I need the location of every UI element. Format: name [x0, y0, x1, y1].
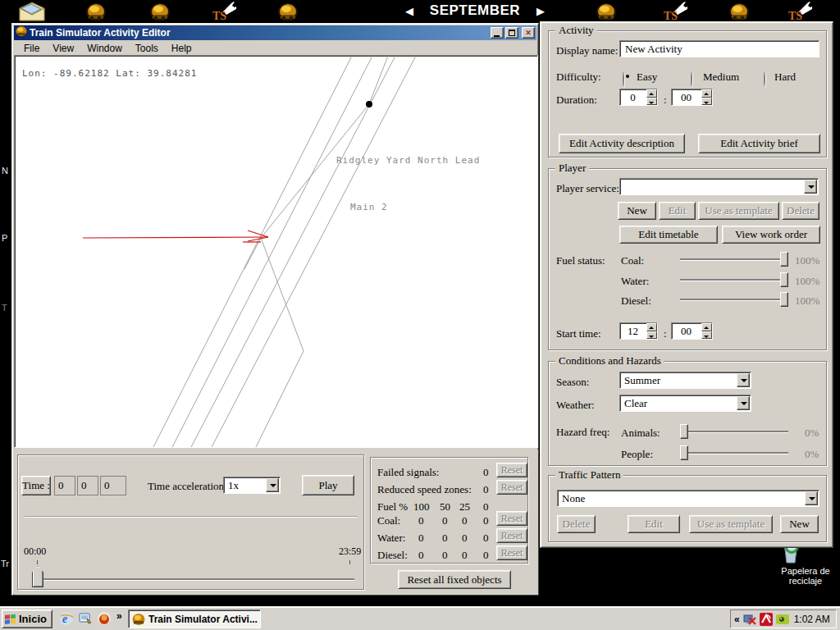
time-hours-field[interactable]: 0 [54, 476, 75, 495]
difficulty-hard-label[interactable]: Hard [774, 71, 796, 84]
spin-up-icon[interactable] [701, 323, 712, 331]
traffic-pattern-group: Traffic Pattern None Delete Edit Use as … [548, 475, 827, 542]
task-button-train-simulator[interactable]: Train Simulator Activi... [128, 609, 261, 628]
minimize-button[interactable] [491, 27, 504, 39]
spin-down-icon[interactable] [701, 331, 712, 340]
timeline-end-label: 23:59 [339, 546, 361, 558]
spin-up-icon[interactable] [646, 323, 657, 331]
diesel-v100: 0 [418, 549, 424, 562]
antivirus-icon[interactable] [760, 613, 773, 626]
play-button[interactable]: Play [302, 475, 354, 495]
difficulty-hard-radio[interactable] [764, 71, 765, 87]
timeline-track[interactable] [33, 578, 354, 580]
start-button[interactable]: Inicio [2, 609, 52, 628]
player-edit-button[interactable]: Edit [659, 202, 696, 220]
chevron-down-icon[interactable] [805, 491, 818, 505]
traffic-delete-button[interactable]: Delete [557, 515, 596, 533]
reset-reduced-speed-button[interactable]: Reset [496, 480, 527, 495]
maximize-button[interactable] [505, 27, 518, 39]
coal-v50: 0 [442, 514, 448, 527]
spin-up-icon[interactable] [646, 89, 657, 98]
edit-activity-description-button[interactable]: Edit Activity description [559, 134, 685, 153]
reset-failed-signals-button[interactable]: Reset [496, 463, 527, 477]
mail-icon[interactable] [18, 2, 46, 25]
volume-tray-icon[interactable] [776, 613, 789, 626]
menu-view[interactable]: View [46, 42, 80, 55]
tray-chevron[interactable]: « [734, 614, 740, 625]
time-seconds-field[interactable]: 0 [100, 476, 126, 495]
difficulty-easy-radio[interactable] [623, 71, 624, 87]
show-desktop-icon[interactable] [78, 611, 93, 626]
reset-coal-button[interactable]: Reset [496, 511, 527, 526]
diesel-slider[interactable] [680, 292, 788, 307]
spin-up-icon[interactable] [701, 89, 712, 98]
edit-activity-brief-button[interactable]: Edit Activity brief [698, 134, 820, 153]
chevron-down-icon[interactable] [804, 180, 817, 194]
display-name-label: Display name: [556, 44, 618, 57]
ie-quicklaunch-icon[interactable]: e [59, 611, 74, 626]
close-button[interactable]: ✕ [522, 27, 535, 39]
start-minutes-spinner[interactable]: 00 [671, 322, 713, 340]
time-minutes-field[interactable]: 0 [77, 476, 98, 495]
recycle-bin-label[interactable]: Papelera de reciclaje [755, 566, 840, 586]
tray-clock[interactable]: 1:02 AM [794, 614, 830, 625]
failed-signals-value: 0 [483, 466, 489, 479]
reset-water-button[interactable]: Reset [496, 528, 527, 543]
chevron-down-icon[interactable] [737, 373, 750, 387]
chevron-down-icon[interactable] [266, 478, 279, 492]
quicklaunch-overflow-chevron[interactable]: » [116, 610, 122, 622]
coal-row-label: Coal: [377, 514, 400, 527]
quicklaunch-app-icon[interactable] [97, 611, 112, 626]
pointer-arrow [83, 231, 268, 242]
reset-all-fixed-objects-button[interactable]: Reset all fixed objects [398, 570, 511, 589]
water-slider[interactable] [680, 272, 788, 287]
fuel-col-25: 25 [459, 500, 470, 514]
traffic-new-button[interactable]: New [780, 515, 819, 533]
duration-minutes-spinner[interactable]: 00 [671, 89, 713, 106]
diesel-v25: 0 [462, 549, 468, 562]
traffic-pattern-select[interactable]: None [557, 490, 819, 507]
player-new-button[interactable]: New [618, 202, 656, 220]
chevron-down-icon[interactable] [737, 396, 750, 410]
diesel-v50: 0 [442, 549, 448, 562]
start-hours-spinner[interactable]: 12 [619, 322, 658, 340]
title-bar[interactable]: Train Simulator Activity Editor ✕ [14, 25, 536, 40]
weather-value: Clear [624, 397, 647, 410]
season-select[interactable]: Summer [619, 372, 751, 389]
calendar-month-label: SEPTEMBER [430, 2, 520, 19]
player-use-as-template-button[interactable]: Use as template [698, 202, 779, 220]
spin-down-icon[interactable] [646, 98, 657, 106]
traffic-edit-button[interactable]: Edit [628, 515, 680, 533]
duration-label: Duration: [556, 94, 597, 107]
spin-down-icon[interactable] [646, 331, 657, 340]
network-disconnected-icon[interactable] [743, 613, 756, 626]
reset-diesel-button[interactable]: Reset [496, 546, 527, 560]
player-delete-button[interactable]: Delete [782, 202, 819, 220]
animals-percent: 0% [805, 427, 819, 440]
player-service-select[interactable] [619, 178, 819, 195]
people-slider[interactable] [680, 445, 788, 460]
edit-timetable-button[interactable]: Edit timetable [619, 226, 718, 244]
coal-slider[interactable] [680, 252, 788, 267]
menu-help[interactable]: Help [165, 42, 199, 55]
timeline-thumb[interactable] [32, 566, 43, 587]
taskbar: Inicio e » Train Simulator Activi... « 1… [0, 606, 840, 630]
calendar-prev-arrow[interactable]: ◀ [405, 5, 413, 17]
menu-tools[interactable]: Tools [129, 42, 165, 55]
difficulty-easy-label[interactable]: Easy [637, 71, 657, 84]
weather-select[interactable]: Clear [619, 395, 751, 412]
spin-down-icon[interactable] [701, 98, 712, 106]
route-map-viewport[interactable]: Lon: -89.62182 Lat: 39.84281 Ridgley Yar… [14, 55, 538, 448]
time-acceleration-select[interactable]: 1x [223, 477, 281, 494]
traffic-use-as-template-button[interactable]: Use as template [689, 515, 773, 533]
display-name-input[interactable]: New Activity [619, 40, 819, 57]
menu-window[interactable]: Window [80, 42, 129, 55]
duration-hours-spinner[interactable]: 0 [619, 89, 658, 106]
calendar-next-arrow[interactable]: ▶ [536, 5, 545, 17]
animals-slider[interactable] [680, 424, 788, 439]
system-tray: « 1:02 AM [730, 609, 837, 628]
menu-file[interactable]: File [17, 42, 46, 55]
view-work-order-button[interactable]: View work order [722, 226, 820, 244]
difficulty-medium-label[interactable]: Medium [703, 71, 739, 84]
difficulty-medium-radio[interactable] [691, 71, 692, 87]
